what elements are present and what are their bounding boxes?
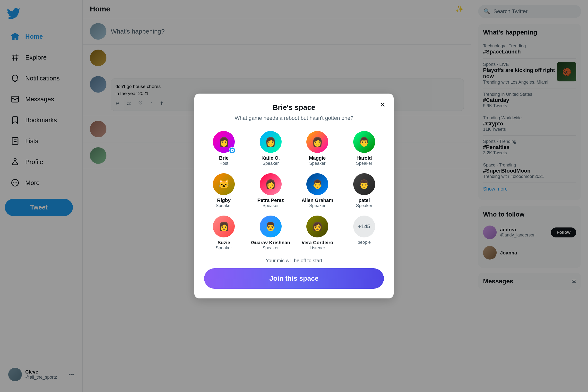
speaker-avatar-wrapper: 👩 xyxy=(260,173,282,195)
speaker-name: Harold xyxy=(356,155,372,161)
speaker-guarav[interactable]: 👨 Guarav Krishnan Speaker xyxy=(251,216,291,250)
more-count: +145 xyxy=(358,223,370,230)
speaker-role: people xyxy=(358,240,371,245)
avatar-face: 👩 xyxy=(306,216,328,238)
speaker-role: Speaker xyxy=(309,203,326,208)
speaker-avatar-wrapper: 👩 xyxy=(260,131,282,153)
speaker-rigby[interactable]: 🐱 Rigby Speaker xyxy=(204,173,244,208)
speaker-avatar: 👨 xyxy=(260,216,282,238)
speaker-role: Speaker xyxy=(356,161,372,166)
speaker-name: Vera Cordeiro xyxy=(302,240,333,246)
avatar-face: 👩 xyxy=(306,131,328,153)
speaker-avatar: 👨 xyxy=(353,131,375,153)
speaker-name: Brie xyxy=(219,155,229,161)
close-icon: ✕ xyxy=(380,101,385,109)
mic-notice: Your mic will be off to start xyxy=(204,258,384,264)
speaker-avatar-wrapper: 👨 xyxy=(353,131,375,153)
modal-subtitle: What game needs a reboot but hasn't gott… xyxy=(204,115,384,121)
speaker-name: Rigby xyxy=(217,198,231,203)
speaker-avatar: 👩 xyxy=(306,216,328,238)
speaker-name: Guarav Krishnan xyxy=(251,240,290,246)
speaker-avatar-wrapper: +145 xyxy=(353,216,375,238)
speaker-name: Maggie xyxy=(309,155,326,161)
speaker-name: patel xyxy=(358,198,370,203)
speaker-avatar-wrapper: 👨 xyxy=(260,216,282,238)
space-modal: ✕ Brie's space What game needs a reboot … xyxy=(194,94,394,298)
join-space-button[interactable]: Join this space xyxy=(204,268,384,289)
speaker-petra[interactable]: 👩 Petra Perez Speaker xyxy=(251,173,291,208)
avatar-face: 👨 xyxy=(260,216,282,238)
speaker-role: Speaker xyxy=(262,161,279,166)
speaker-avatar: 👩 xyxy=(260,131,282,153)
speaker-avatar: 👩 xyxy=(213,216,235,238)
speaker-role: Speaker xyxy=(262,246,279,250)
speaker-role: Speaker xyxy=(216,246,232,250)
speaker-role: Speaker xyxy=(356,203,372,208)
speaker-suzie[interactable]: 👩 Suzie Speaker xyxy=(204,216,244,250)
speaker-more[interactable]: +145 people xyxy=(345,216,384,250)
speaker-name: Suzie xyxy=(217,240,230,246)
avatar-face: 👩 xyxy=(260,173,282,195)
avatar-face: 👩 xyxy=(213,216,235,238)
speaker-avatar: 👨 xyxy=(353,173,375,195)
speaker-patel[interactable]: 👨 patel Speaker xyxy=(345,173,384,208)
speaker-role: Host xyxy=(219,161,228,166)
speaker-avatar-wrapper: 👩 xyxy=(213,131,235,153)
modal-overlay: ✕ Brie's space What game needs a reboot … xyxy=(0,0,588,392)
speaker-allen[interactable]: 👨 Allen Graham Speaker xyxy=(298,173,337,208)
app-container: Home Explore Notifications Messages xyxy=(0,0,588,392)
host-badge xyxy=(229,147,236,154)
speaker-name: Petra Perez xyxy=(257,198,284,203)
modal-close-button[interactable]: ✕ xyxy=(377,100,388,110)
speaker-avatar-wrapper: 👩 xyxy=(213,216,235,238)
speaker-avatar-wrapper: 🐱 xyxy=(213,173,235,195)
speaker-katie[interactable]: 👩 Katie O. Speaker xyxy=(251,131,291,166)
avatar-face: 🐱 xyxy=(213,173,235,195)
speaker-role: Speaker xyxy=(309,161,326,166)
speaker-avatar: 🐱 xyxy=(213,173,235,195)
speaker-harold[interactable]: 👨 Harold Speaker xyxy=(345,131,384,166)
avatar-face: 👨 xyxy=(353,131,375,153)
avatar-face: 👨 xyxy=(353,173,375,195)
speakers-grid: 👩 Brie Host 👩 xyxy=(204,131,384,250)
speaker-role: Speaker xyxy=(216,203,232,208)
avatar-face: 👩 xyxy=(260,131,282,153)
speaker-brie[interactable]: 👩 Brie Host xyxy=(204,131,244,166)
speaker-name: Katie O. xyxy=(261,155,280,161)
speaker-avatar-wrapper: 👩 xyxy=(306,216,328,238)
speaker-maggie[interactable]: 👩 Maggie Speaker xyxy=(298,131,337,166)
speaker-role: Listener xyxy=(310,246,325,250)
speaker-avatar: 👩 xyxy=(306,131,328,153)
speaker-avatar-wrapper: 👨 xyxy=(353,173,375,195)
speaker-avatar: 👩 xyxy=(260,173,282,195)
speaker-role: Speaker xyxy=(262,203,279,208)
speaker-avatar: +145 xyxy=(353,216,375,238)
speaker-vera[interactable]: 👩 Vera Cordeiro Listener xyxy=(298,216,337,250)
speaker-avatar-wrapper: 👩 xyxy=(306,131,328,153)
avatar-face: 👨 xyxy=(306,173,328,195)
speaker-avatar: 👨 xyxy=(306,173,328,195)
modal-title: Brie's space xyxy=(204,103,384,112)
speaker-avatar-wrapper: 👨 xyxy=(306,173,328,195)
speaker-name: Allen Graham xyxy=(302,198,333,203)
